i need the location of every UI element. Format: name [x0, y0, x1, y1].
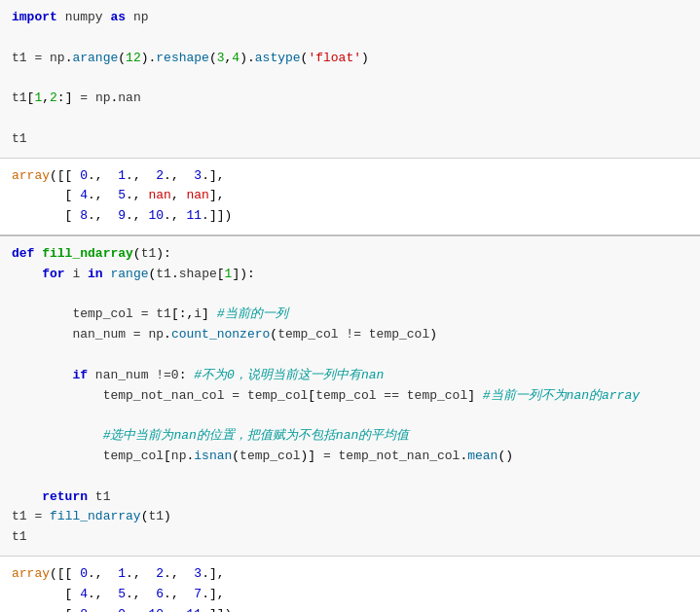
- output-block-1: array([[ 0., 1., 2., 3.], [ 4., 5., nan,…: [0, 159, 700, 236]
- input-block-1: import numpy as np t1 = np.arange(12).re…: [0, 0, 700, 159]
- def-line-3: [12, 285, 688, 306]
- line-4: [12, 68, 688, 89]
- out-line-3: [ 8., 9., 10., 11.]]): [12, 206, 688, 227]
- def-line-4: temp_col = t1[:,i] #当前的一列: [12, 305, 688, 325]
- def-line-15: t1: [12, 527, 688, 548]
- line-3: t1 = np.arange(12).reshape(3,4).astype('…: [12, 49, 688, 69]
- out2-line-2: [ 4., 5., 6., 7.],: [12, 585, 688, 605]
- def-line-6: [12, 345, 688, 366]
- def-line-5: nan_num = np.count_nonzero(temp_col != t…: [12, 325, 688, 345]
- def-line-2: for i in range(t1.shape[1]):: [12, 265, 688, 285]
- code-editor: import numpy as np t1 = np.arange(12).re…: [0, 0, 700, 612]
- def-line-9: [12, 406, 688, 426]
- line-6: [12, 109, 688, 129]
- def-line-14: t1 = fill_ndarray(t1): [12, 507, 688, 527]
- out2-line-3: [ 8., 9., 10., 11.]]): [12, 605, 688, 612]
- out-line-1: array([[ 0., 1., 2., 3.],: [12, 166, 688, 187]
- line-7: t1: [12, 129, 688, 150]
- def-line-7: if nan_num !=0: #不为0，说明当前这一列中有nan: [12, 366, 688, 386]
- def-line-13: return t1: [12, 487, 688, 508]
- out-line-2: [ 4., 5., nan, nan],: [12, 186, 688, 206]
- def-line-1: def fill_ndarray(t1):: [12, 244, 688, 265]
- def-line-11: temp_col[np.isnan(temp_col)] = temp_not_…: [12, 447, 688, 467]
- output-block-2: array([[ 0., 1., 2., 3.], [ 4., 5., 6., …: [0, 557, 700, 612]
- line-5: t1[1,2:] = np.nan: [12, 89, 688, 109]
- line-2: [12, 28, 688, 49]
- input-block-2: def fill_ndarray(t1): for i in range(t1.…: [0, 236, 700, 557]
- def-line-8: temp_not_nan_col = temp_col[temp_col == …: [12, 386, 688, 407]
- def-line-10: #选中当前为nan的位置，把值赋为不包括nan的平均值: [12, 426, 688, 447]
- def-line-12: [12, 467, 688, 487]
- out2-line-1: array([[ 0., 1., 2., 3.],: [12, 564, 688, 585]
- line-1: import numpy as np: [12, 8, 688, 28]
